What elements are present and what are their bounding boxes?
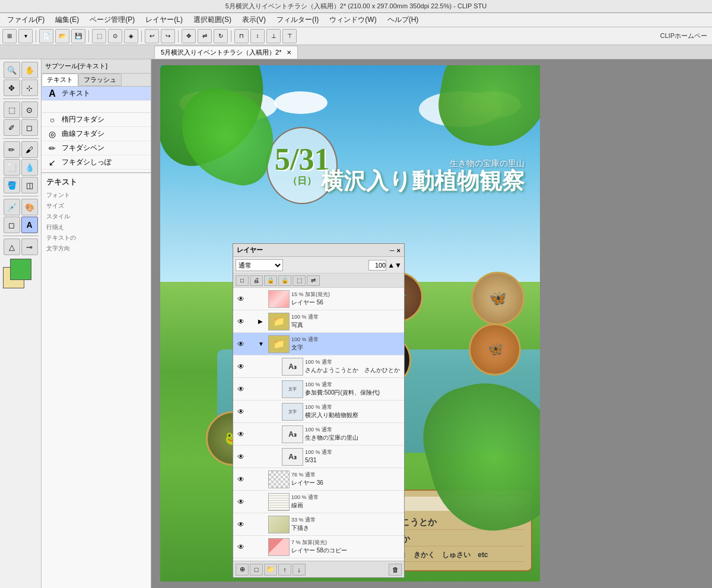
layer-expand-arrow[interactable]: ▼: [258, 341, 266, 347]
layer-footer-down[interactable]: ↓: [293, 564, 306, 576]
toolbar-grid-btn[interactable]: ⊞: [2, 29, 17, 43]
layer-tb-1[interactable]: □: [236, 275, 249, 286]
opacity-stepper[interactable]: ▲▼: [387, 261, 402, 269]
select-rect-tool[interactable]: ⬚: [4, 101, 20, 118]
menu-file[interactable]: ファイル(F): [2, 14, 49, 26]
toolbar-flip[interactable]: ⇌: [198, 29, 212, 43]
layer-visibility-toggle[interactable]: 👁: [236, 316, 246, 327]
text-tool[interactable]: A: [21, 217, 38, 233]
layer-visibility-toggle[interactable]: 👁: [236, 294, 246, 304]
toolbar-btn-c[interactable]: ⊥: [266, 29, 281, 43]
toolbar-select-free[interactable]: ⊙: [108, 29, 122, 43]
layer-item[interactable]: 👁100 % 通常線画: [233, 491, 404, 513]
toolbar-new[interactable]: 📄: [39, 29, 53, 43]
layer-visibility-toggle[interactable]: 👁: [236, 429, 246, 440]
toolbar-save[interactable]: 💾: [71, 29, 85, 43]
layer-tb-6[interactable]: ⇌: [307, 275, 320, 286]
layer-item[interactable]: 👁▶📁100 % 通常写真: [233, 310, 404, 333]
toolbar-dropdown[interactable]: ▾: [18, 29, 33, 43]
eraser-tool[interactable]: ⬜: [4, 159, 20, 176]
select-lasso-tool[interactable]: ⊙: [21, 101, 38, 118]
eyedrop-tool[interactable]: 💉: [4, 199, 20, 215]
layer-tb-4[interactable]: 🔒: [278, 275, 291, 286]
menu-layer[interactable]: レイヤー(L): [141, 14, 187, 26]
move-tool[interactable]: ✥: [4, 80, 20, 96]
select-pen-tool[interactable]: ✐: [4, 119, 20, 136]
layer-item[interactable]: 👁A₃100 % 通常さんかようこうとか さんかひとか: [233, 355, 404, 378]
toolbar-transform[interactable]: ✥: [182, 29, 196, 43]
toolbar-open[interactable]: 📂: [55, 29, 69, 43]
brush-tool[interactable]: 🖌: [21, 141, 38, 158]
layer-footer-up[interactable]: ↑: [278, 564, 291, 576]
transform-tool[interactable]: ⊹: [21, 80, 38, 96]
layer-visibility-toggle[interactable]: 👁: [236, 361, 246, 372]
foreground-color[interactable]: [10, 259, 31, 280]
hand-tool[interactable]: ✋: [21, 62, 38, 78]
blend-mode-select[interactable]: 通常: [236, 259, 283, 271]
layer-visibility-toggle[interactable]: 👁: [236, 384, 246, 395]
layer-footer-new[interactable]: ⊕: [236, 564, 249, 576]
sub-tool-tab-text[interactable]: テキスト: [42, 74, 78, 86]
toolbar-btn-a[interactable]: ⊓: [234, 29, 249, 43]
layer-item[interactable]: 👁76 % 通常レイヤー 36: [233, 468, 404, 491]
menu-filter[interactable]: フィルター(I): [272, 14, 323, 26]
layer-visibility-toggle[interactable]: 👁: [236, 542, 246, 552]
layer-footer-delete[interactable]: 🗑: [389, 564, 402, 576]
toolbar-redo[interactable]: ↪: [161, 29, 175, 43]
connect-tool[interactable]: ⊸: [21, 239, 38, 255]
sub-tool-item-text[interactable]: A テキスト: [42, 87, 151, 101]
layer-visibility-toggle[interactable]: 👁: [236, 339, 246, 349]
toolbar-rotate[interactable]: ↻: [214, 29, 228, 43]
menu-select[interactable]: 選択範囲(S): [189, 14, 236, 26]
layer-item[interactable]: 👁33 % 通常下描き: [233, 513, 404, 536]
layer-visibility-toggle[interactable]: 👁: [236, 452, 246, 462]
layer-item[interactable]: 👁A₃100 % 通常5/31: [233, 446, 404, 468]
menu-page[interactable]: ページ管理(P): [85, 14, 139, 26]
shape-tool[interactable]: ◻: [4, 217, 20, 233]
layer-close-btn[interactable]: ×: [397, 247, 401, 254]
layer-footer-copy[interactable]: □: [250, 564, 263, 576]
color-pick-tool[interactable]: 🎨: [21, 199, 38, 215]
layer-visibility-toggle[interactable]: 👁: [236, 497, 246, 507]
layer-item[interactable]: 👁文字100 % 通常横沢入り動植物観察: [233, 401, 404, 423]
layer-visibility-toggle[interactable]: 👁: [236, 406, 246, 417]
sub-tool-item-curve[interactable]: ◎ 曲線フキダシ: [42, 127, 151, 141]
layer-expand-arrow[interactable]: ▶: [258, 318, 266, 325]
toolbar-undo[interactable]: ↩: [145, 29, 159, 43]
sub-tool-item-pen[interactable]: ✏ フキダシペン: [42, 141, 151, 155]
layer-visibility-toggle[interactable]: 👁: [236, 474, 246, 485]
toolbar-select-rect[interactable]: ⬚: [92, 29, 106, 43]
menu-view[interactable]: 表示(V): [237, 14, 271, 26]
layer-visibility-toggle[interactable]: 👁: [236, 519, 246, 530]
layer-tb-2[interactable]: 🖨: [250, 275, 263, 286]
pen-tool[interactable]: ✏: [4, 141, 20, 158]
layer-footer-group[interactable]: 📁: [264, 564, 277, 576]
sub-tool-tab-flash[interactable]: フラッシュ: [78, 74, 122, 86]
figure-tool[interactable]: △: [4, 239, 20, 255]
layer-item[interactable]: 👁15 % 加算(発光)レイヤー 56: [233, 288, 404, 310]
menu-bar: ファイル(F) 編集(E) ページ管理(P) レイヤー(L) 選択範囲(S) 表…: [0, 13, 712, 27]
layer-tb-5[interactable]: ⬚: [293, 275, 306, 286]
toolbar-btn-d[interactable]: ⊤: [282, 29, 297, 43]
select-clear-tool[interactable]: ◻: [21, 119, 38, 136]
menu-window[interactable]: ウィンドウ(W): [325, 14, 381, 26]
sub-tool-item-ellipse[interactable]: ○ 楕円フキダシ: [42, 113, 151, 127]
opacity-input[interactable]: [368, 260, 386, 271]
gradient-tool[interactable]: ◫: [21, 177, 38, 193]
menu-help[interactable]: ヘルプ(H): [383, 14, 424, 26]
layer-item[interactable]: 👁文字100 % 通常参加費:500円(資料、保険代): [233, 378, 404, 401]
layer-tb-3[interactable]: 🔒: [264, 275, 277, 286]
layer-minimize-btn[interactable]: ─: [390, 247, 395, 254]
document-tab[interactable]: 5月横沢入りイベントチラシ（入稿用）2* ✕: [154, 46, 298, 59]
zoom-tool[interactable]: 🔍: [4, 62, 20, 78]
fill-tool[interactable]: 🪣: [4, 177, 20, 193]
layer-item[interactable]: 👁▼📁100 % 通常文字: [233, 333, 404, 355]
menu-edit[interactable]: 編集(E): [50, 14, 84, 26]
blur-tool[interactable]: 💧: [21, 159, 38, 176]
toolbar-select-2[interactable]: ◈: [124, 29, 138, 43]
layer-item[interactable]: 👁7 % 加算(発光)レイヤー 58のコピー: [233, 536, 404, 558]
tab-close[interactable]: ✕: [287, 49, 291, 56]
toolbar-btn-b[interactable]: ↕: [250, 29, 265, 43]
layer-item[interactable]: 👁A₃100 % 通常生き物の宝庫の里山: [233, 423, 404, 446]
sub-tool-item-tail[interactable]: ↙ フキダシしっぽ: [42, 155, 151, 170]
